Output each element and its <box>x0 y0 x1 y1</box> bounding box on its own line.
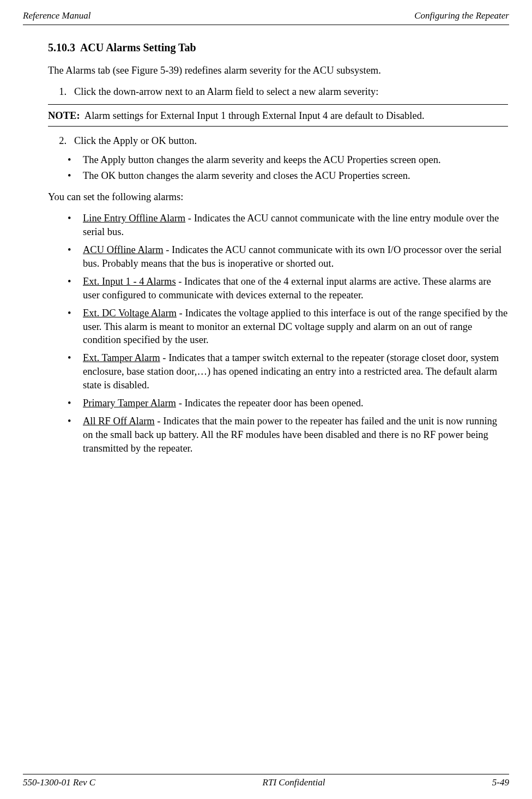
alarm-6-name: Primary Tamper Alarm <box>83 398 176 408</box>
footer-rule <box>23 774 509 774</box>
intro-paragraph: The Alarms tab (see Figure 5-39) redefin… <box>48 64 508 77</box>
section-number: 5.10.3 <box>48 41 75 53</box>
alarm-item-6: • Primary Tamper Alarm - Indicates the r… <box>68 397 508 410</box>
step-2-sub-bullets: • The Apply button changes the alarm sev… <box>68 153 508 183</box>
note-body: Alarm settings for External Input 1 thro… <box>84 110 425 121</box>
step-1: 1. Click the down-arrow next to an Alarm… <box>48 85 508 99</box>
bullet-icon: • <box>68 212 83 239</box>
header-left: Reference Manual <box>23 10 90 22</box>
page-header: Reference Manual Configuring the Repeate… <box>23 10 509 25</box>
footer-right: 5-49 <box>492 777 509 789</box>
step-2: 2. Click the Apply or OK button. <box>48 134 508 148</box>
alarm-2-name: ACU Offline Alarm <box>83 244 164 255</box>
bullet-icon: • <box>68 351 83 392</box>
alarm-4-name: Ext. DC Voltage Alarm <box>83 308 177 319</box>
alarm-item-7: • All RF Off Alarm - Indicates that the … <box>68 414 508 455</box>
alarm-item-5: • Ext. Tamper Alarm - Indicates that a t… <box>68 351 508 392</box>
section-title-text: ACU Alarms Setting Tab <box>80 41 196 53</box>
note-bottom-rule <box>48 126 508 127</box>
header-right: Configuring the Repeater <box>414 10 509 22</box>
note-block: NOTE: Alarm settings for External Input … <box>48 109 508 123</box>
bullet-icon: • <box>68 307 83 347</box>
alarm-7-name: All RF Off Alarm <box>83 416 155 426</box>
note-label: NOTE: <box>48 110 80 121</box>
header-rule <box>23 25 509 25</box>
page-content: 5.10.3 ACU Alarms Setting Tab The Alarms… <box>23 40 509 455</box>
bullet-icon: • <box>68 153 83 167</box>
step-list: 1. Click the down-arrow next to an Alarm… <box>48 85 508 99</box>
alarm-1-name: Line Entry Offline Alarm <box>83 213 185 224</box>
footer-center: RTI Confidential <box>263 777 325 789</box>
alarms-intro: You can set the following alarms: <box>48 190 508 204</box>
step-2-sub-2: • The OK button changes the alarm severi… <box>68 169 508 183</box>
alarm-3-name: Ext. Input 1 - 4 Alarms <box>83 276 176 287</box>
footer-left: 550-1300-01 Rev C <box>23 777 95 789</box>
bullet-icon: • <box>68 414 83 455</box>
step-1-number: 1. <box>48 85 74 99</box>
alarm-item-4: • Ext. DC Voltage Alarm - Indicates the … <box>68 307 508 347</box>
step-list-2: 2. Click the Apply or OK button. <box>48 134 508 148</box>
step-2-sub-2-text: The OK button changes the alarm severity… <box>83 169 410 183</box>
section-heading: 5.10.3 ACU Alarms Setting Tab <box>48 40 508 55</box>
step-2-sub-1-text: The Apply button changes the alarm sever… <box>83 153 441 167</box>
bullet-icon: • <box>68 275 83 302</box>
bullet-icon: • <box>68 169 83 183</box>
step-2-sub-1: • The Apply button changes the alarm sev… <box>68 153 508 167</box>
step-2-number: 2. <box>48 134 74 148</box>
alarm-item-2: • ACU Offline Alarm - Indicates the ACU … <box>68 243 508 271</box>
bullet-icon: • <box>68 397 83 410</box>
bullet-icon: • <box>68 243 83 271</box>
alarm-5-name: Ext. Tamper Alarm <box>83 352 160 363</box>
alarm-6-desc: - Indicates the repeater door has been o… <box>176 398 364 408</box>
note-top-rule <box>48 104 508 105</box>
alarm-item-3: • Ext. Input 1 - 4 Alarms - Indicates th… <box>68 275 508 302</box>
step-2-text: Click the Apply or OK button. <box>74 134 197 148</box>
alarms-list: • Line Entry Offline Alarm - Indicates t… <box>68 212 508 456</box>
alarm-item-1: • Line Entry Offline Alarm - Indicates t… <box>68 212 508 239</box>
step-1-text: Click the down-arrow next to an Alarm fi… <box>74 85 378 99</box>
page-footer: 550-1300-01 Rev C RTI Confidential 5-49 <box>23 774 509 789</box>
